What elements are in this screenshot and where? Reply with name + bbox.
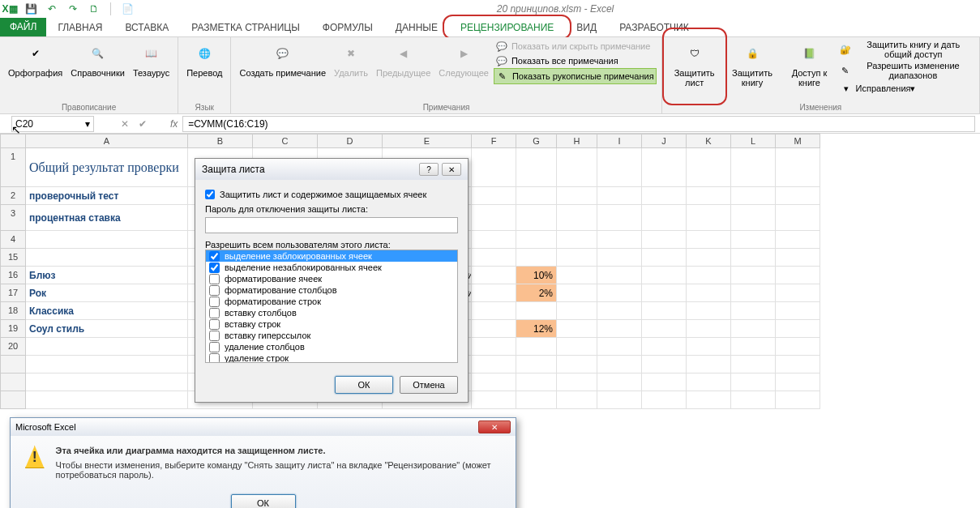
cell[interactable] [687, 302, 731, 320]
cell[interactable] [731, 391, 776, 409]
cell[interactable] [472, 205, 516, 231]
cell[interactable] [26, 249, 188, 267]
cell[interactable] [557, 320, 597, 338]
cell[interactable] [776, 302, 820, 320]
permission-option[interactable]: выделение незаблокированных ячеек [206, 262, 457, 273]
select-all[interactable] [0, 134, 26, 148]
col-header[interactable]: B [188, 134, 253, 148]
tab-home[interactable]: ГЛАВНАЯ [46, 18, 113, 36]
cell[interactable] [472, 231, 516, 249]
row-header[interactable]: 4 [0, 231, 26, 249]
permission-option[interactable]: вставку гиперссылок [206, 330, 457, 341]
cell[interactable] [687, 374, 731, 391]
cell[interactable] [472, 187, 516, 205]
col-header[interactable]: J [642, 134, 687, 148]
tab-insert[interactable]: ВСТАВКА [113, 18, 180, 36]
col-header[interactable]: E [383, 134, 472, 148]
translate-button[interactable]: 🌐Перевод [183, 39, 225, 79]
dropdown-icon[interactable]: ▾ [85, 118, 90, 130]
cell[interactable] [26, 356, 188, 374]
cell[interactable] [472, 148, 516, 187]
permission-option[interactable]: форматирование строк [206, 296, 457, 307]
cell[interactable] [597, 356, 642, 374]
name-box[interactable]: C20▾ [11, 116, 94, 132]
cell[interactable] [776, 187, 820, 205]
cell[interactable] [516, 187, 557, 205]
share-workbook-button[interactable]: 📗Доступ к книге [782, 39, 836, 89]
cell[interactable] [687, 267, 731, 284]
row-header[interactable]: 16 [0, 267, 26, 284]
row-header[interactable]: 2 [0, 187, 26, 205]
cell[interactable] [597, 302, 642, 320]
cell[interactable] [557, 148, 597, 187]
thesaurus-button[interactable]: 📖Тезаурус [130, 39, 173, 79]
tab-formulas[interactable]: ФОРМУЛЫ [311, 18, 384, 36]
cell[interactable] [26, 391, 188, 409]
cell[interactable] [472, 249, 516, 267]
cell[interactable] [557, 187, 597, 205]
cell[interactable] [557, 249, 597, 267]
cell[interactable] [26, 231, 188, 249]
cell[interactable]: проверочный тест [26, 187, 188, 205]
permission-option[interactable]: вставку столбцов [206, 307, 457, 318]
cell[interactable] [687, 320, 731, 338]
cell[interactable] [642, 356, 687, 374]
cell[interactable]: Блюз [26, 267, 188, 284]
allow-ranges-button[interactable]: ✎Разрешить изменение диапазонов [838, 60, 974, 81]
formula-bar[interactable]: =СУММ(С16:С19) [182, 116, 975, 132]
fx-icon[interactable]: fx [170, 118, 178, 130]
cell[interactable] [731, 267, 776, 284]
cell[interactable]: 10% [516, 267, 557, 284]
cell[interactable] [776, 356, 820, 374]
cell[interactable] [642, 187, 687, 205]
cell[interactable] [642, 374, 687, 391]
cell[interactable] [472, 302, 516, 320]
cancel-button[interactable]: Отмена [400, 376, 458, 394]
cell[interactable] [516, 356, 557, 374]
col-header[interactable]: C [253, 134, 318, 148]
cell[interactable] [687, 356, 731, 374]
cell[interactable] [597, 249, 642, 267]
cell[interactable] [472, 320, 516, 338]
cell[interactable] [472, 374, 516, 391]
cell[interactable] [516, 374, 557, 391]
cell[interactable] [557, 205, 597, 231]
cell[interactable] [642, 391, 687, 409]
cell[interactable] [731, 302, 776, 320]
tab-view[interactable]: ВИД [565, 18, 608, 36]
row-header[interactable]: 17 [0, 284, 26, 302]
cell[interactable] [516, 338, 557, 356]
row-header[interactable] [0, 356, 26, 374]
row-header[interactable]: 20 [0, 338, 26, 356]
redo-icon[interactable]: ↷ [66, 2, 79, 15]
cell[interactable] [642, 302, 687, 320]
share-protect-button[interactable]: 🔐Защитить книгу и дать общий доступ [838, 39, 974, 60]
cell[interactable] [687, 391, 731, 409]
permissions-listbox[interactable]: выделение заблокированных ячееквыделение… [205, 250, 458, 363]
research-button[interactable]: 🔍Справочники [67, 39, 128, 79]
help-icon[interactable]: ? [419, 163, 439, 176]
row-header[interactable]: 1 [0, 148, 26, 187]
spelling-button[interactable]: ✔Орфография [5, 39, 66, 79]
protect-contents-checkbox[interactable]: Защитить лист и содержимое защищаемых яч… [205, 190, 458, 199]
col-header[interactable]: I [597, 134, 642, 148]
ok-button[interactable]: ОК [335, 376, 393, 394]
permission-option[interactable]: удаление столбцов [206, 341, 457, 352]
permission-option[interactable]: форматирование ячеек [206, 273, 457, 284]
cell[interactable] [597, 284, 642, 302]
cell[interactable] [731, 249, 776, 267]
tab-file[interactable]: ФАЙЛ [0, 18, 46, 36]
cell[interactable] [687, 284, 731, 302]
cell[interactable] [642, 148, 687, 187]
cell[interactable] [557, 356, 597, 374]
cell[interactable]: 2% [516, 284, 557, 302]
cell[interactable] [776, 338, 820, 356]
row-header[interactable] [0, 374, 26, 391]
permission-option[interactable]: выделение заблокированных ячеек [206, 250, 457, 262]
cell[interactable] [472, 391, 516, 409]
cell[interactable] [516, 231, 557, 249]
show-ink-button[interactable]: ✎Показать рукописные примечания [494, 68, 657, 84]
cell[interactable] [642, 267, 687, 284]
permission-option[interactable]: форматирование столбцов [206, 284, 457, 296]
protect-workbook-button[interactable]: 🔒Защитить книгу [724, 39, 781, 89]
